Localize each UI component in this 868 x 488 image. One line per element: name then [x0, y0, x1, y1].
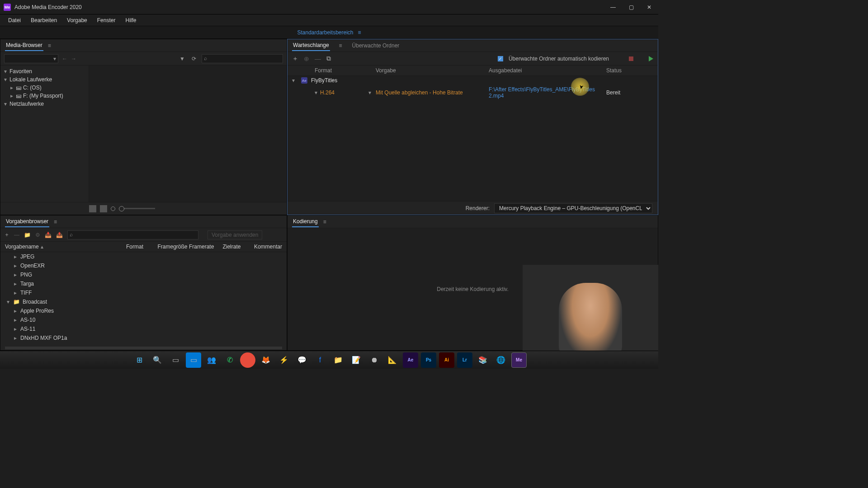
tree-network[interactable]: ▾Netzlaufwerke: [0, 100, 89, 108]
lightroom-icon[interactable]: Lr: [457, 352, 472, 368]
illustrator-icon[interactable]: Ai: [439, 352, 454, 368]
format-dropdown-icon[interactable]: ▾: [368, 89, 371, 96]
tree-favorites[interactable]: ▾Favoriten: [0, 67, 89, 75]
messenger-icon[interactable]: 💬: [294, 352, 310, 368]
queue-comp-row[interactable]: ▾ Ae FlyByTitles: [288, 76, 658, 85]
filter-icon[interactable]: ▼: [178, 56, 186, 62]
media-content-area[interactable]: [89, 66, 287, 202]
new-group-button[interactable]: 📁: [24, 232, 31, 238]
close-button[interactable]: ✕: [644, 2, 655, 13]
menu-datei[interactable]: Datei: [4, 15, 25, 25]
preset-item[interactable]: ▸OpenEXR: [0, 261, 287, 270]
facebook-icon[interactable]: f: [312, 352, 328, 368]
panel-menu-icon[interactable]: ≡: [48, 42, 51, 49]
duplicate-button[interactable]: ⧉: [326, 55, 331, 62]
media-encoder-icon[interactable]: Me: [511, 352, 527, 368]
taskbar-app[interactable]: ▭: [186, 352, 201, 368]
whatsapp-icon[interactable]: ✆: [222, 352, 237, 368]
maximize-button[interactable]: ▢: [626, 2, 637, 13]
start-button[interactable]: ⊞: [132, 352, 147, 368]
nav-back-icon[interactable]: ←: [62, 56, 67, 62]
tree-local-drives[interactable]: ▾Lokale Laufwerke: [0, 75, 89, 84]
preset-search-input[interactable]: [67, 230, 198, 239]
obs-icon[interactable]: ⏺: [367, 352, 382, 368]
chevron-down-icon[interactable]: ▾: [292, 77, 297, 84]
import-preset-button[interactable]: 📥: [45, 232, 52, 238]
sort-up-icon[interactable]: ▴: [41, 244, 43, 250]
preset-item[interactable]: ▸TIFF: [0, 288, 287, 297]
taskbar-app[interactable]: 📚: [475, 352, 491, 368]
preset-item[interactable]: ▸Targa: [0, 279, 287, 288]
media-browser-tab[interactable]: Media-Browser: [5, 40, 43, 51]
refresh-icon[interactable]: ⟳: [190, 56, 198, 62]
panel-menu-icon[interactable]: ≡: [339, 42, 342, 49]
delete-preset-button[interactable]: —: [14, 232, 19, 238]
media-search-input[interactable]: [202, 54, 283, 63]
horizontal-scrollbar[interactable]: [5, 347, 282, 349]
queue-body[interactable]: ▾ Ae FlyByTitles ▾ H.264 ▾ Mit Quelle ab…: [288, 76, 658, 201]
thumbnail-size-slider[interactable]: [119, 208, 155, 209]
view-circle-icon[interactable]: [111, 206, 115, 211]
remove-button[interactable]: —: [315, 55, 321, 62]
taskbar-app[interactable]: 📐: [385, 352, 400, 368]
preset-item[interactable]: ▸DNxHD MXF OP1a: [0, 333, 287, 343]
menu-fenster[interactable]: Fenster: [93, 15, 120, 25]
renderer-select[interactable]: Mercury Playback Engine – GPU-Beschleuni…: [494, 203, 652, 213]
queue-output-row[interactable]: ▾ H.264 ▾ Mit Quelle abgleichen - Hohe B…: [288, 85, 658, 100]
auto-encode-checkbox[interactable]: ✓: [498, 56, 503, 61]
firefox-icon[interactable]: 🦊: [258, 352, 274, 368]
apply-preset-button[interactable]: Vorgabe anwenden: [208, 230, 262, 239]
output-path[interactable]: F:\After Effects\FlyByTitles_AME\FlyByTi…: [489, 86, 606, 99]
tree-drive-c[interactable]: ▸🖴C: (OS): [0, 84, 89, 92]
start-queue-button[interactable]: [649, 56, 653, 61]
col-framesize-header[interactable]: Framegröße: [158, 244, 189, 250]
preset-settings-button[interactable]: ⚙: [35, 232, 40, 238]
nav-forward-icon[interactable]: →: [71, 56, 76, 62]
col-comment-header[interactable]: Kommentar: [254, 244, 282, 250]
watched-folders-tab[interactable]: Überwachte Ordner: [351, 41, 401, 51]
output-preset[interactable]: Mit Quelle abgleichen - Hohe Bitrate: [376, 89, 489, 96]
chevron-down-icon[interactable]: ▾: [315, 89, 317, 96]
tree-drive-f[interactable]: ▸🖴F: (My Passport): [0, 92, 89, 100]
taskbar-app[interactable]: 🌐: [493, 352, 509, 368]
col-format-header[interactable]: Format: [126, 244, 157, 250]
export-preset-button[interactable]: 📤: [56, 232, 63, 238]
photoshop-icon[interactable]: Ps: [421, 352, 436, 368]
output-format[interactable]: H.264: [320, 89, 335, 96]
menu-hilfe[interactable]: Hilfe: [121, 15, 141, 25]
new-preset-button[interactable]: ＋: [4, 231, 9, 239]
encoding-tab[interactable]: Kodierung: [292, 216, 319, 227]
add-source-button[interactable]: ＋: [292, 55, 298, 63]
preset-item[interactable]: ▸AS-11: [0, 324, 287, 333]
col-bitrate-header[interactable]: Zielrate: [222, 244, 254, 250]
preset-item[interactable]: ▸JPEG: [0, 252, 287, 261]
preset-item[interactable]: ▸AS-10: [0, 315, 287, 324]
view-thumb-icon[interactable]: [100, 205, 107, 212]
panel-menu-icon[interactable]: ≡: [54, 219, 57, 225]
workspace-label[interactable]: Standardarbeitsbereich: [297, 29, 353, 36]
preset-list[interactable]: ▸JPEG ▸OpenEXR ▸PNG ▸Targa ▸TIFF ▾📁Broad…: [0, 252, 287, 346]
queue-tab[interactable]: Warteschlange: [292, 40, 330, 51]
menu-bearbeiten[interactable]: Bearbeiten: [26, 15, 61, 25]
col-name-header[interactable]: Vorgabename: [5, 244, 39, 250]
panel-menu-icon[interactable]: ≡: [323, 219, 326, 225]
taskbar-app[interactable]: 👥: [204, 352, 219, 368]
menu-vorgabe[interactable]: Vorgabe: [62, 15, 92, 25]
col-framerate-header[interactable]: Framerate: [189, 244, 222, 250]
stop-queue-button[interactable]: [629, 56, 633, 61]
preset-browser-tab[interactable]: Vorgabenbrowser: [5, 216, 49, 227]
minimize-button[interactable]: —: [608, 2, 618, 13]
explorer-icon[interactable]: 📁: [330, 352, 346, 368]
preset-item[interactable]: ▸Apple ProRes: [0, 306, 287, 315]
preset-folder-broadcast[interactable]: ▾📁Broadcast: [0, 297, 287, 306]
view-list-icon[interactable]: [89, 205, 96, 212]
search-button[interactable]: 🔍: [150, 352, 165, 368]
path-dropdown[interactable]: ▾: [4, 54, 58, 63]
preset-item[interactable]: ▸PNG: [0, 270, 287, 279]
taskbar-app[interactable]: ⚡: [276, 352, 292, 368]
taskbar-app[interactable]: [240, 352, 255, 368]
taskbar-app[interactable]: 📝: [349, 352, 364, 368]
add-output-button[interactable]: ⊕: [304, 55, 309, 62]
after-effects-icon[interactable]: Ae: [403, 352, 418, 368]
task-view-button[interactable]: ▭: [168, 352, 183, 368]
